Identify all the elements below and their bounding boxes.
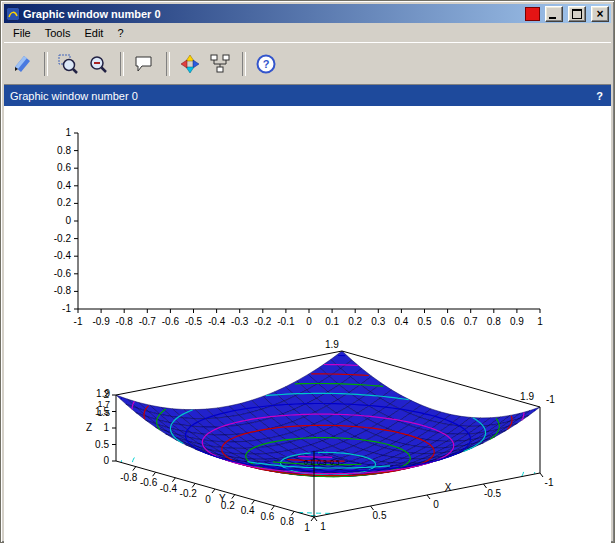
svg-text:0.8: 0.8 xyxy=(280,516,294,527)
svg-text:Z: Z xyxy=(86,422,92,433)
svg-text:-0.6: -0.6 xyxy=(140,477,158,488)
close-button[interactable]: × xyxy=(591,6,609,22)
graph-editor-icon xyxy=(209,53,231,75)
svg-text:1: 1 xyxy=(103,422,109,433)
svg-text:-1: -1 xyxy=(545,477,554,488)
svg-text:-1: -1 xyxy=(62,303,71,314)
svg-text:0.1: 0.1 xyxy=(325,316,339,327)
maximize-icon xyxy=(572,9,582,19)
toolbar: ? xyxy=(4,42,611,85)
svg-text:0.5: 0.5 xyxy=(95,439,109,450)
svg-text:1: 1 xyxy=(320,521,326,532)
menu-help[interactable]: ? xyxy=(110,25,130,41)
graphic-window: Graphic window number 0 × File Tools Edi… xyxy=(0,0,615,543)
svg-text:-0.3: -0.3 xyxy=(231,316,249,327)
svg-text:-0.7: -0.7 xyxy=(139,316,157,327)
plot2d-axes: 10.80.60.40.20-0.2-0.4-0.6-0.8-1-1-0.9-0… xyxy=(54,127,543,327)
svg-text:-0.8: -0.8 xyxy=(116,316,134,327)
svg-text:-0.2: -0.2 xyxy=(180,488,198,499)
svg-text:0.4: 0.4 xyxy=(241,505,255,516)
svg-text:0: 0 xyxy=(103,455,109,466)
svg-text:0.7: 0.7 xyxy=(464,316,478,327)
rotate-3d-button[interactable] xyxy=(176,50,204,78)
help-icon: ? xyxy=(255,53,277,75)
svg-text:-0.1: -0.1 xyxy=(277,316,295,327)
window-title: Graphic window number 0 xyxy=(23,8,518,20)
svg-text:1.9: 1.9 xyxy=(96,388,110,399)
minimize-button[interactable] xyxy=(545,6,563,22)
svg-text:0.5: 0.5 xyxy=(418,316,432,327)
svg-text:-0.4: -0.4 xyxy=(160,483,178,494)
svg-text:0: 0 xyxy=(433,499,439,510)
close-icon: × xyxy=(596,9,603,19)
svg-text:0: 0 xyxy=(65,215,71,226)
svg-text:Y: Y xyxy=(219,493,226,504)
menu-file[interactable]: File xyxy=(6,25,38,41)
plot-area[interactable]: 10.80.60.40.20-0.2-0.4-0.6-0.8-1-1-0.9-0… xyxy=(4,106,611,543)
minimize-icon xyxy=(549,17,556,19)
svg-text:-0.2: -0.2 xyxy=(54,233,72,244)
speech-bubble-icon xyxy=(133,53,155,75)
svg-text:-0.5: -0.5 xyxy=(484,488,502,499)
menubar: File Tools Edit ? xyxy=(4,23,611,42)
svg-text:1: 1 xyxy=(304,522,310,533)
svg-text:-0.6: -0.6 xyxy=(162,316,180,327)
svg-text:0.1: 0.1 xyxy=(304,459,314,466)
svg-text:-0.2: -0.2 xyxy=(254,316,272,327)
svg-text:-1: -1 xyxy=(74,316,83,327)
svg-text:-0.8: -0.8 xyxy=(54,285,72,296)
svg-text:?: ? xyxy=(263,58,270,70)
svg-text:-0.9: -0.9 xyxy=(92,316,110,327)
toolbar-separator xyxy=(44,52,48,76)
export-button[interactable] xyxy=(8,50,36,78)
app-icon xyxy=(6,7,20,21)
svg-text:-0.4: -0.4 xyxy=(54,250,72,261)
svg-text:0: 0 xyxy=(205,494,211,505)
infobar-title: Graphic window number 0 xyxy=(10,90,596,102)
titlebar: Graphic window number 0 × xyxy=(4,4,611,23)
svg-text:-0.6: -0.6 xyxy=(54,268,72,279)
svg-text:0.9: 0.9 xyxy=(510,316,524,327)
zoom-area-button[interactable] xyxy=(54,50,82,78)
rotate-3d-icon xyxy=(179,53,201,75)
zoom-area-icon xyxy=(57,53,79,75)
export-icon xyxy=(11,53,33,75)
svg-text:0: 0 xyxy=(306,316,312,327)
unzoom-button[interactable] xyxy=(84,50,112,78)
svg-text:-0.5: -0.5 xyxy=(185,316,203,327)
svg-text:1: 1 xyxy=(537,316,543,327)
infobar-help-button[interactable]: ? xyxy=(596,90,605,102)
svg-text:-0.8: -0.8 xyxy=(120,472,138,483)
svg-text:X: X xyxy=(445,482,452,493)
toolbar-separator xyxy=(242,52,246,76)
svg-text:1.9: 1.9 xyxy=(325,339,339,350)
svg-text:0.5: 0.5 xyxy=(330,459,340,466)
svg-text:0.5: 0.5 xyxy=(373,510,387,521)
svg-text:0.2: 0.2 xyxy=(348,316,362,327)
svg-text:0.3: 0.3 xyxy=(371,316,385,327)
svg-text:0.6: 0.6 xyxy=(57,162,71,173)
menu-edit[interactable]: Edit xyxy=(77,25,110,41)
svg-text:1.5: 1.5 xyxy=(97,408,110,418)
svg-text:0.2: 0.2 xyxy=(57,197,71,208)
svg-text:1: 1 xyxy=(65,127,71,138)
plot3d-surface: 00.511.52Z-0.8-0.6-0.4-0.200.20.40.60.81… xyxy=(86,339,555,533)
help-button[interactable]: ? xyxy=(252,50,280,78)
plot-canvas: 10.80.60.40.20-0.2-0.4-0.6-0.8-1-1-0.9-0… xyxy=(4,106,611,543)
maximize-button[interactable] xyxy=(568,6,586,22)
red-indicator xyxy=(525,7,540,21)
svg-text:0.6: 0.6 xyxy=(441,316,455,327)
svg-text:-1: -1 xyxy=(546,394,555,405)
svg-text:0.4: 0.4 xyxy=(394,316,408,327)
svg-text:0.3: 0.3 xyxy=(317,459,327,466)
svg-text:1.9: 1.9 xyxy=(520,391,534,402)
svg-text:0.6: 0.6 xyxy=(260,511,274,522)
graph-editor-button[interactable] xyxy=(206,50,234,78)
svg-text:0.8: 0.8 xyxy=(487,316,501,327)
svg-text:0.4: 0.4 xyxy=(57,180,71,191)
annotation-button[interactable] xyxy=(130,50,158,78)
unzoom-icon xyxy=(87,53,109,75)
svg-text:0.8: 0.8 xyxy=(57,145,71,156)
infobar: Graphic window number 0 ? xyxy=(4,85,611,106)
menu-tools[interactable]: Tools xyxy=(38,25,78,41)
